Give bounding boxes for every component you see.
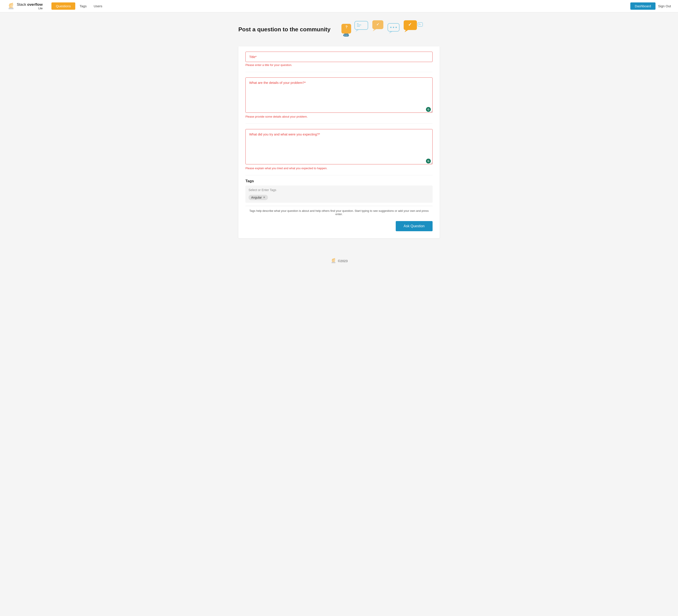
svg-marker-28 [405, 30, 408, 32]
svg-point-23 [393, 27, 394, 28]
tags-hint: Tags help describe what your question is… [246, 209, 432, 216]
details-textarea[interactable] [246, 77, 432, 113]
svg-text:✓: ✓ [376, 23, 379, 26]
dashboard-nav-button[interactable]: Dashboard [630, 2, 655, 10]
svg-marker-14 [355, 30, 359, 32]
svg-point-11 [344, 35, 345, 36]
svg-rect-1 [9, 8, 13, 8]
logo-text: Stack overflow Lite [17, 2, 43, 10]
svg-rect-33 [332, 262, 335, 262]
users-nav-link[interactable]: Users [91, 2, 105, 10]
tried-field-group: G Please explain what you tried and what… [246, 129, 432, 170]
svg-rect-31 [419, 25, 421, 25]
footer-copyright: ©2023 [338, 259, 348, 263]
page-header: Post a question to the community ? [238, 20, 440, 39]
svg-point-24 [396, 27, 397, 28]
footer-logo: ©2023 [330, 258, 348, 264]
signout-nav-button[interactable]: Sign Out [658, 4, 671, 8]
tag-chip-angular: Angular × [249, 195, 268, 200]
svg-rect-30 [419, 24, 420, 24]
divider-2 [246, 123, 432, 124]
svg-marker-20 [373, 29, 376, 31]
svg-point-12 [346, 35, 347, 36]
svg-rect-15 [357, 24, 359, 24]
navbar: Stack overflow Lite Questions Tags Users… [0, 0, 678, 12]
footer: ©2023 [0, 253, 678, 272]
tags-label: Tags [246, 179, 432, 183]
tried-textarea-wrapper: G [246, 129, 432, 165]
tags-input-area[interactable]: Select or Enter Tags Angular × [246, 186, 432, 203]
illustration-svg: ? ✓ [339, 20, 423, 39]
title-error: Please enter a title for your question. [246, 63, 432, 67]
svg-rect-16 [357, 25, 361, 25]
tags-nav-link[interactable]: Tags [77, 2, 89, 10]
svg-rect-2 [9, 7, 13, 7]
nav-links: Questions Tags Users [51, 2, 625, 10]
header-illustration: ? ✓ [339, 20, 423, 39]
details-error: Please provide some details about your p… [246, 115, 432, 118]
svg-rect-35 [332, 260, 335, 261]
questions-nav-button[interactable]: Questions [51, 2, 75, 10]
title-field-group: Please enter a title for your question. [246, 52, 432, 67]
svg-rect-10 [348, 34, 349, 36]
svg-marker-25 [389, 31, 392, 34]
tried-textarea[interactable] [246, 129, 432, 164]
svg-rect-3 [9, 5, 13, 6]
details-field-group: G Please provide some details about your… [246, 77, 432, 118]
tags-divider [246, 206, 432, 206]
svg-rect-0 [9, 8, 13, 9]
svg-text:✓: ✓ [408, 22, 412, 27]
tags-section: Tags Select or Enter Tags Angular × Tags… [246, 179, 432, 216]
logo-icon [7, 2, 15, 10]
divider-1 [246, 72, 432, 72]
svg-rect-34 [332, 261, 335, 262]
svg-rect-32 [332, 263, 335, 263]
tried-error: Please explain what you tried and what y… [246, 166, 432, 170]
svg-rect-17 [357, 26, 360, 27]
divider-3 [246, 175, 432, 176]
footer-logo-icon [330, 258, 337, 264]
tags-placeholder: Select or Enter Tags [249, 188, 429, 192]
main-content: Post a question to the community ? [233, 12, 445, 253]
page-title: Post a question to the community [238, 26, 330, 33]
tag-chip-remove-button[interactable]: × [263, 196, 265, 199]
svg-text:?: ? [345, 25, 348, 29]
details-textarea-wrapper: G [246, 77, 432, 114]
svg-rect-13 [355, 21, 368, 30]
tag-chip-label: Angular [251, 196, 262, 199]
title-input[interactable] [246, 52, 432, 62]
logo: Stack overflow Lite [7, 2, 43, 10]
question-form: Please enter a title for your question. … [238, 46, 440, 238]
nav-right: Dashboard Sign Out [630, 2, 671, 10]
grammarly-icon-details: G [426, 107, 431, 112]
svg-point-22 [390, 27, 391, 28]
ask-question-button[interactable]: Ask Question [396, 221, 432, 231]
grammarly-icon-tried: G [426, 159, 431, 163]
ask-btn-row: Ask Question [246, 221, 432, 231]
svg-rect-9 [343, 34, 344, 36]
